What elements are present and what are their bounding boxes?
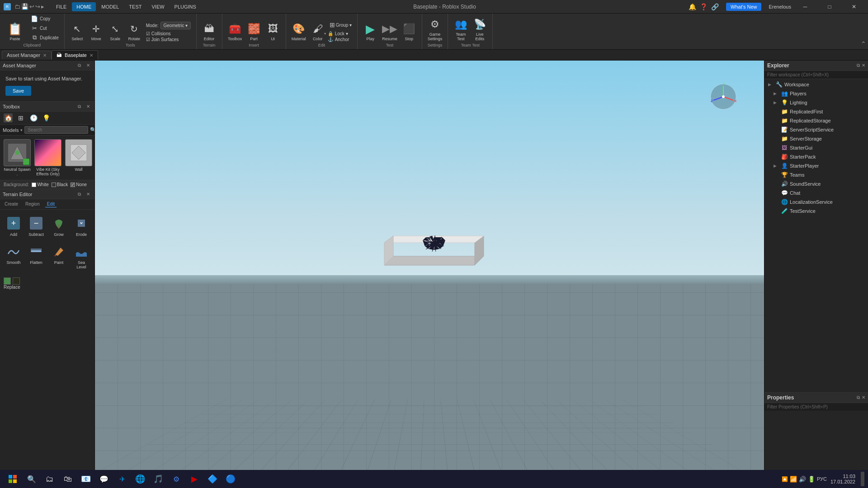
terrain-tool-paint[interactable]: Paint (49, 241, 69, 271)
join-surfaces-toggle[interactable]: ☑ Join Surfaces (146, 37, 191, 42)
toolbox-item-neutral-spawn[interactable]: Neutral Spawn . (3, 138, 32, 177)
cut-button[interactable]: ✂ Cut (29, 23, 61, 33)
ribbon-collapse-button[interactable]: ⌃ (861, 40, 866, 47)
team-test-button[interactable]: 👥 TeamTest (452, 16, 470, 42)
menu-plugins[interactable]: PLUGINS (170, 2, 201, 11)
tree-item-lighting[interactable]: ▶ 💡 Lighting (764, 98, 868, 107)
taskbar-app4[interactable]: 🔵 (222, 471, 239, 487)
anchor-toggle[interactable]: ⚓ Anchor (328, 37, 354, 42)
terrain-tab-region[interactable]: Region (24, 201, 42, 207)
collisions-toggle[interactable]: ☑ Collisions (146, 31, 191, 36)
taskbar-arrow-icon[interactable]: 🔼 (782, 476, 788, 482)
bg-none-option[interactable]: ✓ None (71, 182, 87, 187)
terrain-tool-grow[interactable]: Grow (49, 213, 69, 239)
tree-item-starter-pack[interactable]: 🎒 StarterPack (764, 152, 868, 161)
color-button[interactable]: 🖌 Color ▾ (309, 21, 327, 42)
explorer-close-button[interactable]: ✕ (862, 63, 865, 68)
share-icon[interactable]: 🔗 (711, 3, 719, 10)
terrain-tool-subtract[interactable]: − Subtract (26, 213, 46, 239)
taskbar-browser1[interactable]: 🌐 (132, 471, 148, 487)
move-button[interactable]: ✛ Move (87, 21, 105, 42)
asset-manager-save-button[interactable]: Save (5, 86, 31, 96)
bg-black-option[interactable]: Black (52, 182, 68, 187)
terrain-tab-edit[interactable]: Edit (45, 201, 57, 207)
viewport[interactable]: X Y Z (95, 61, 764, 474)
baseplate-tab[interactable]: 🏔 Baseplate ✕ (52, 50, 98, 60)
taskbar-lang[interactable]: РУС (817, 476, 827, 482)
toolbox-item-wall[interactable]: Wall (64, 138, 93, 177)
file-icon[interactable]: 🗀 (14, 3, 20, 10)
stop-button[interactable]: ⬛ Stop (400, 21, 418, 42)
live-button[interactable]: 📡 LiveEdits (471, 16, 489, 42)
taskbar-sound-icon[interactable]: 🔊 (799, 476, 806, 483)
asset-manager-tab-close[interactable]: ✕ (43, 53, 47, 58)
editor-button[interactable]: 🏔 Editor (200, 21, 218, 42)
terrain-tool-flatten[interactable]: Flatten (26, 241, 46, 271)
replace-color-to[interactable] (13, 277, 20, 285)
tree-item-replicated-storage[interactable]: 📁 ReplicatedStorage (764, 116, 868, 125)
terrain-tool-sea-level[interactable]: Sea Level (71, 241, 91, 271)
taskbar-network-icon[interactable]: 📶 (790, 476, 797, 483)
toolbox-category-arrow[interactable]: ▾ (20, 128, 23, 132)
toolbox-inventory-icon[interactable]: ⊞ (16, 113, 25, 122)
toolbox-item-vibe-kit[interactable]: Vibe Kit (Sky Effects Only) (33, 138, 62, 177)
group-button[interactable]: ⊞ Group ▾ (328, 20, 354, 29)
taskbar-app3[interactable]: 🔷 (204, 471, 221, 487)
resume-button[interactable]: ▶▶ Resume (380, 21, 399, 42)
asset-manager-float-button[interactable]: ⧉ (75, 62, 83, 69)
replace-color-from[interactable] (4, 277, 11, 285)
part-button[interactable]: 🧱 Part (245, 21, 263, 42)
toolbox-float-button[interactable]: ⧉ (75, 103, 83, 110)
material-button[interactable]: 🎨 Material (290, 21, 308, 42)
asset-manager-tab[interactable]: Asset Manager ✕ (2, 51, 52, 59)
explorer-float-button[interactable]: ⧉ (857, 63, 860, 68)
copy-button[interactable]: 📄 Copy (29, 14, 61, 23)
color-expand[interactable]: ▾ (324, 32, 326, 36)
game-settings-button[interactable]: ⚙ GameSettings (426, 16, 444, 42)
asset-manager-close-button[interactable]: ✕ (85, 62, 92, 69)
terrain-editor-close-button[interactable]: ✕ (85, 191, 92, 198)
toolbox-marketplace-icon[interactable]: 🏠 (4, 113, 13, 122)
terrain-tool-erode[interactable]: Erode (71, 213, 91, 239)
taskbar-mail[interactable]: 📧 (78, 471, 94, 487)
taskbar-file-explorer[interactable]: 🗂 (42, 471, 58, 487)
mode-dropdown[interactable]: Geometric ▾ (160, 22, 191, 29)
undo-icon[interactable]: ↩ (29, 3, 34, 10)
tree-item-replicated-first[interactable]: 📁 ReplicatedFirst (764, 107, 868, 116)
properties-float-button[interactable]: ⧉ (857, 395, 860, 400)
tree-item-server-storage[interactable]: 📁 ServerStorage (764, 134, 868, 143)
menu-test[interactable]: TEST (124, 2, 146, 11)
terrain-tab-create[interactable]: Create (3, 201, 20, 207)
duplicate-button[interactable]: ⧉ Duplicate (29, 33, 61, 42)
ui-button[interactable]: 🖼 UI (264, 21, 282, 42)
tree-item-chat[interactable]: 💬 Chat (764, 188, 868, 197)
tree-item-players[interactable]: ▶ 👥 Players (764, 89, 868, 98)
toolbox-search-icon[interactable]: 🔍 (90, 127, 95, 133)
explorer-filter-bar[interactable]: Filter workspace (Ctrl+Shift+X) (764, 71, 868, 79)
taskbar-app1[interactable]: 🎵 (150, 471, 166, 487)
notification-icon[interactable]: 🔔 (689, 3, 696, 10)
whats-new-button[interactable]: What's New (726, 3, 761, 11)
tree-item-localization-service[interactable]: 🌐 LocalizationService (764, 197, 868, 206)
terrain-editor-float-button[interactable]: ⧉ (75, 191, 83, 198)
taskbar-search-button[interactable]: 🔍 (24, 471, 40, 487)
bg-white-option[interactable]: White (32, 182, 49, 187)
scale-button[interactable]: ⤡ Scale (106, 21, 124, 42)
taskbar-battery-icon[interactable]: 🔋 (808, 476, 815, 483)
minimize-button[interactable]: ─ (795, 0, 816, 14)
toolbox-recent-icon[interactable]: 🕐 (29, 113, 38, 122)
properties-filter-bar[interactable]: Filter Properties (Ctrl+Shift+P) (764, 403, 868, 411)
baseplate-tab-close[interactable]: ✕ (90, 53, 93, 58)
tree-item-teams[interactable]: 🏆 Teams (764, 170, 868, 179)
redo-icon[interactable]: ↪ (35, 3, 40, 10)
taskbar-show-desktop[interactable] (861, 472, 864, 486)
tree-item-test-service[interactable]: 🧪 TestService (764, 206, 868, 216)
menu-file[interactable]: FILE (52, 2, 71, 11)
restore-button[interactable]: □ (819, 0, 840, 14)
select-button[interactable]: ↖ Select (68, 21, 86, 42)
lock-toggle[interactable]: 🔒 Lock ▾ (328, 31, 354, 36)
paste-button[interactable]: 📋 Paste (4, 21, 26, 42)
toolbox-close-button[interactable]: ✕ (85, 103, 92, 110)
taskbar-chrome[interactable]: ⚙ (168, 471, 184, 487)
toolbox-search-input[interactable] (24, 126, 88, 134)
